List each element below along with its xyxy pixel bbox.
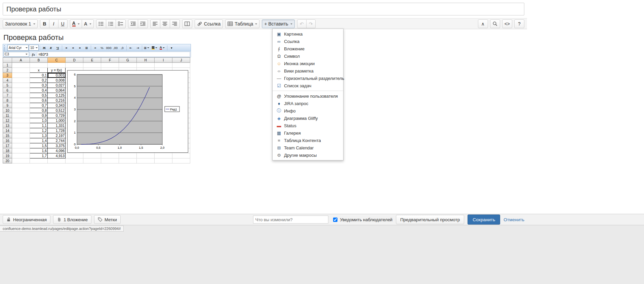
undo-button[interactable]: ↶ [297,19,307,28]
row-header-9[interactable]: 9 [3,103,12,108]
insert-menu-item-user-mention[interactable]: @Упоминание пользователя [273,92,343,100]
cell-C15[interactable]: 2,197 [48,133,66,138]
cell-B19[interactable]: 1,7 [30,153,48,158]
cell-A4[interactable] [12,78,30,83]
italic-button[interactable]: I [49,19,58,28]
column-header-C[interactable]: C [48,58,66,63]
row-header-14[interactable]: 14 [3,128,12,133]
excel-fill-color-dropdown[interactable]: ▨ [151,45,159,51]
excel-percent-style-button[interactable]: % [99,45,105,51]
cell-G1[interactable] [119,63,137,68]
bullet-list-button[interactable] [96,19,106,28]
cell-B10[interactable]: 0,8 [30,108,48,113]
cell-A16[interactable] [12,138,30,143]
excel-align-left-button[interactable]: ≡ [63,45,70,51]
cell-B5[interactable]: 0,3 [30,83,48,88]
excel-font-color-dropdown[interactable]: А [159,45,166,51]
bold-button[interactable]: B [40,19,49,28]
row-header-10[interactable]: 10 [3,108,12,113]
labels-button[interactable]: Метки [94,215,121,224]
cell-A18[interactable] [12,148,30,153]
cell-B13[interactable]: 1,1 [30,123,48,128]
cell-B6[interactable]: 0,4 [30,88,48,93]
cell-A7[interactable] [12,93,30,98]
redo-button[interactable]: ↷ [306,19,316,28]
excel-align-right-button[interactable]: ≡ [77,45,83,51]
row-header-5[interactable]: 5 [3,83,12,88]
insert-menu-item-attachment[interactable]: ∮Вложение [273,45,343,52]
row-header-4[interactable]: 4 [3,78,12,83]
excel-align-center-button[interactable]: ≡ [70,45,76,51]
excel-italic-button[interactable]: К [48,45,54,51]
cell-C2[interactable]: y = f(x) [48,68,66,73]
preview-button[interactable]: Предварительный просмотр [396,215,465,224]
cell-A20[interactable] [12,158,30,163]
help-button[interactable]: ? [514,19,524,28]
outdent-button[interactable] [128,19,138,28]
more-formatting-dropdown[interactable]: A [82,19,94,28]
cell-E20[interactable] [83,158,101,163]
insert-link-button[interactable]: Ссылка [195,19,223,28]
cell-A11[interactable] [12,113,30,118]
cell-A19[interactable] [12,153,30,158]
excel-decrease-decimal-button[interactable]: ,0 [119,45,125,51]
insert-menu-item-emoticon[interactable]: ☺Иконка эмоции [273,60,343,67]
excel-increase-decimal-button[interactable]: ,00 [112,45,119,51]
cell-C7[interactable]: 0,125 [48,93,66,98]
cell-J19[interactable] [172,153,190,158]
embedded-spreadsheet[interactable]: Arial Cyr10ЖКЧ≡≡≡⊞¤%000,00,0⇤⇥⊞▨А▾ C3 fx… [3,44,191,163]
cell-F1[interactable] [101,63,119,68]
insert-menu-item-gliffy[interactable]: ◈Диаграмма Gliffy [273,114,343,122]
excel-borders-dropdown[interactable]: ⊞ [143,45,151,51]
text-color-dropdown[interactable]: A [70,19,82,28]
column-header-F[interactable]: F [101,58,119,63]
paragraph-style-dropdown[interactable]: Заголовок 1 [3,19,38,28]
cell-B9[interactable]: 0,7 [30,103,48,108]
insert-menu-item-gallery[interactable]: ▦Галерея [273,129,343,137]
insert-menu-item-horizontal-rule[interactable]: ―Горизонтальный разделитель [273,75,343,82]
row-header-12[interactable]: 12 [3,118,12,123]
cell-C6[interactable]: 0,064 [48,88,66,93]
notify-watchers-checkbox[interactable] [333,218,337,222]
search-button[interactable] [490,19,500,28]
cell-D1[interactable] [66,63,83,68]
excel-underline-button[interactable]: Ч [54,45,61,51]
row-header-17[interactable]: 17 [3,143,12,148]
cell-E19[interactable] [83,153,101,158]
row-header-13[interactable]: 13 [3,123,12,128]
collapse-toolbar-button[interactable]: ∧ [478,19,488,28]
cell-F19[interactable] [101,153,119,158]
insert-menu-item-wiki-markup[interactable]: ‹›Вики разметка [273,67,343,75]
save-button[interactable]: Сохранить [468,215,500,225]
cell-C12[interactable]: 1,000 [48,118,66,123]
column-header-G[interactable]: G [119,58,137,63]
row-header-3[interactable]: 3 [3,73,12,78]
excel-font-name-combo[interactable]: Arial Cyr [7,45,29,51]
row-header-11[interactable]: 11 [3,113,12,118]
cell-I20[interactable] [155,158,172,163]
cell-G20[interactable] [119,158,137,163]
excel-font-size-combo[interactable]: 10 [29,45,39,51]
cell-H1[interactable] [137,63,155,68]
cell-A5[interactable] [12,83,30,88]
column-header-A[interactable]: A [12,58,30,63]
excel-bold-button[interactable]: Ж [41,45,47,51]
cell-C5[interactable]: 0,027 [48,83,66,88]
cell-C19[interactable]: 4,913 [48,153,66,158]
cell-C3[interactable]: 0,001 [48,73,66,78]
excel-name-box[interactable]: C3 [4,52,29,57]
cell-B8[interactable]: 0,6 [30,98,48,103]
column-header-D[interactable]: D [66,58,83,63]
cell-B2[interactable]: x [30,68,48,73]
column-header-E[interactable]: E [83,58,101,63]
insert-menu-item-other-macros[interactable]: ⚙Другие макросы [273,151,343,159]
cell-A10[interactable] [12,108,30,113]
cell-B17[interactable]: 1,5 [30,143,48,148]
select-all-corner[interactable] [3,58,12,63]
cell-C1[interactable] [48,63,66,68]
cell-F20[interactable] [101,158,119,163]
cell-A12[interactable] [12,118,30,123]
cell-A13[interactable] [12,123,30,128]
numbered-list-button[interactable] [106,19,116,28]
insert-menu-item-link[interactable]: ∞Ссылка [273,38,343,45]
